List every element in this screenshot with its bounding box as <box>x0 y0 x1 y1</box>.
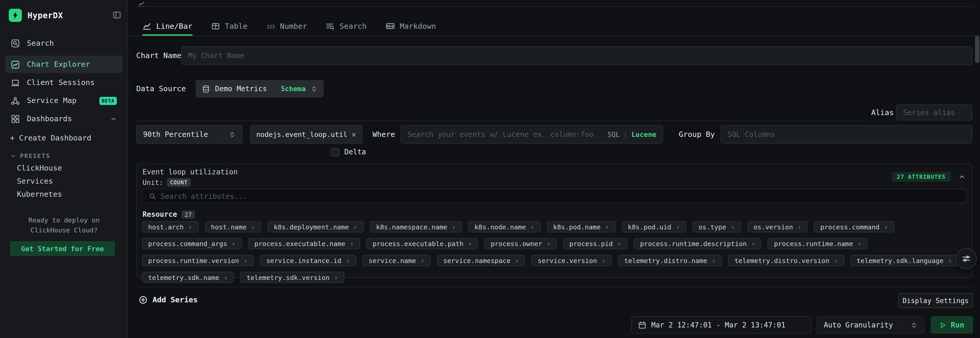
attribute-pill[interactable]: os.version› <box>747 221 808 232</box>
data-source-value: Demo Metrics <box>215 84 267 93</box>
resource-count-badge: 27 <box>181 210 195 219</box>
chevron-up-down-icon <box>911 322 918 328</box>
add-series-button[interactable]: Add Series <box>136 291 200 309</box>
attribute-pill-label: process.command_args <box>148 240 227 248</box>
attribute-pill-label: process.owner <box>491 240 542 248</box>
presets-label: PRESETS <box>20 152 50 160</box>
attribute-pill[interactable]: process.runtime.version› <box>142 255 254 266</box>
unit-row: Unit: COUNT <box>142 178 191 187</box>
attribute-pill[interactable]: host.arch› <box>142 221 199 232</box>
attribute-pill[interactable]: process.command› <box>814 221 894 232</box>
attribute-pill[interactable]: telemetry.sdk.name› <box>142 272 234 283</box>
metric-select[interactable]: nodejs.event_loop.util × <box>250 125 363 144</box>
scrollbar-track <box>975 0 980 338</box>
chart-name-input[interactable] <box>188 51 966 60</box>
tab-search[interactable]: Search <box>326 17 367 36</box>
attribute-pill[interactable]: service.version› <box>531 255 612 266</box>
preset-services[interactable]: Services <box>17 177 53 188</box>
attribute-pill-label: k8s.deployment.name <box>274 223 349 230</box>
attribute-pill[interactable]: process.runtime.description› <box>634 238 762 249</box>
sql-toggle[interactable]: SQL <box>607 130 620 138</box>
preset-kubernetes[interactable]: Kubernetes <box>17 190 62 201</box>
sidebar-item-chart-explorer[interactable]: Chart Explorer <box>5 56 123 73</box>
sidebar: HyperDX Search Chart Explorer Client Ses… <box>0 0 128 338</box>
run-button[interactable]: Run <box>931 316 973 334</box>
tab-number[interactable]: 123 Number <box>266 17 307 36</box>
attribute-pill[interactable]: k8s.node.name› <box>468 221 541 232</box>
attribute-pill[interactable]: telemetry.sdk.version› <box>240 272 345 283</box>
sidebar-item-client-sessions[interactable]: Client Sessions <box>5 74 123 91</box>
get-started-button[interactable]: Get Started for Free <box>10 241 115 256</box>
close-icon[interactable]: × <box>352 130 356 138</box>
chevron-up-down-icon <box>310 85 318 92</box>
sidebar-item-search[interactable]: Search <box>5 35 123 52</box>
attribute-pill[interactable]: telemetry.distro.name› <box>618 255 722 266</box>
delta-checkbox[interactable] <box>331 148 339 156</box>
where-input[interactable] <box>407 130 604 139</box>
chart-name-label: Chart Name <box>136 46 181 65</box>
lucene-toggle[interactable]: Lucene <box>632 130 656 138</box>
preset-clickhouse[interactable]: ClickHouse <box>17 163 62 175</box>
sidebar-item-service-map[interactable]: Service Map BETA <box>5 92 123 109</box>
create-dashboard-button[interactable]: + Create Dashboard <box>10 134 91 143</box>
attribute-pill[interactable]: k8s.pod.name› <box>547 221 615 232</box>
attribute-pill-label: service.namespace <box>443 257 510 264</box>
attribute-pill-label: service.instance.id <box>266 257 341 264</box>
attribute-pill-label: process.runtime.version <box>148 257 239 264</box>
display-settings-button[interactable]: Display Settings <box>898 293 973 308</box>
sidebar-item-dashboards[interactable]: Dashboards <box>5 110 123 127</box>
top-divider <box>136 6 972 7</box>
time-range-picker[interactable]: Mar 2 12:47:01 - Mar 2 13:47:01 <box>631 316 811 334</box>
beta-badge: BETA <box>99 97 117 105</box>
app-title: HyperDX <box>27 10 63 19</box>
attribute-pill-label: service.name <box>369 257 416 264</box>
attribute-pill[interactable]: process.owner› <box>484 238 557 249</box>
data-source-select[interactable]: Demo Metrics Schema <box>196 80 324 97</box>
chevron-right-icon: › <box>530 224 535 230</box>
attribute-pill[interactable]: telemetry.sdk.language› <box>850 255 958 266</box>
alias-input[interactable] <box>903 108 966 117</box>
attribute-pill-label: process.pid <box>570 240 613 248</box>
tab-label: Table <box>225 22 248 30</box>
database-icon <box>202 85 210 93</box>
attribute-pill-label: service.version <box>538 257 597 264</box>
attribute-pill[interactable]: process.pid› <box>563 238 628 249</box>
query-language-toggle[interactable]: SQL | Lucene <box>607 130 656 138</box>
tab-table[interactable]: Table <box>211 17 247 36</box>
chart-config-floating-button[interactable] <box>956 248 977 270</box>
attribute-pill[interactable]: k8s.namespace.name› <box>370 221 462 232</box>
attribute-pill[interactable]: os.type› <box>692 221 741 232</box>
schema-link[interactable]: Schema <box>281 85 305 93</box>
attribute-pill[interactable]: service.namespace› <box>437 255 525 266</box>
logo-row: HyperDX <box>9 8 121 22</box>
tab-line-bar[interactable]: Line/Bar <box>142 17 192 36</box>
attribute-pill[interactable]: process.runtime.name› <box>768 238 868 249</box>
collapse-sidebar-icon[interactable] <box>113 11 121 19</box>
collapse-panel-icon[interactable] <box>958 173 966 181</box>
scrollbar-thumb[interactable] <box>975 36 980 63</box>
attribute-pill[interactable]: process.executable.path› <box>366 238 478 249</box>
presets-header[interactable]: PRESETS <box>10 152 50 160</box>
attributes-count-badge: 27 ATTRIBUTES <box>892 172 951 182</box>
attribute-search-input[interactable] <box>161 192 960 200</box>
attribute-pill[interactable]: process.command_args› <box>142 238 242 249</box>
attributes-panel: Event loop utilization Unit: COUNT 27 AT… <box>136 163 972 278</box>
attribute-pill[interactable]: k8s.deployment.name› <box>267 221 364 232</box>
attributes-list: host.arch›host.name›k8s.deployment.name›… <box>142 221 968 283</box>
tab-markdown[interactable]: Markdown <box>385 17 436 36</box>
aggregation-select[interactable]: 90th Percentile <box>136 125 242 144</box>
attribute-pill-label: k8s.node.name <box>474 223 526 230</box>
sidebar-item-label: Dashboards <box>27 114 72 123</box>
chevron-right-icon: › <box>251 224 255 230</box>
attribute-pill[interactable]: service.name› <box>362 255 431 266</box>
attribute-pill-label: os.version <box>754 223 793 230</box>
granularity-select[interactable]: Auto Granularity <box>817 316 924 334</box>
group-by-input[interactable] <box>727 130 966 139</box>
resource-group-label: Resource <box>142 210 177 219</box>
attribute-pill[interactable]: telemetry.distro.version› <box>728 255 844 266</box>
attribute-pill[interactable]: service.instance.id› <box>260 255 356 266</box>
attribute-pill[interactable]: process.executable.name› <box>248 238 360 249</box>
attribute-pill[interactable]: host.name› <box>205 221 261 232</box>
attribute-pill[interactable]: k8s.pod.uid› <box>622 221 686 232</box>
tab-label: Line/Bar <box>156 22 192 30</box>
